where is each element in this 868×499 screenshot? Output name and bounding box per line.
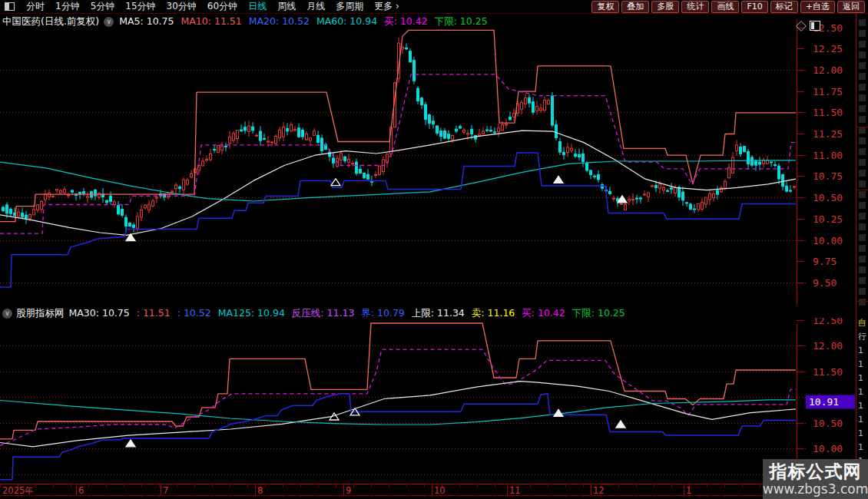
indicator-sub-chart[interactable]: 12.5012.0011.5010.5010.0010.91 — [0, 318, 856, 484]
axis-price-label: 10.50 — [813, 192, 843, 203]
toolbar-button-F10[interactable]: F10 — [741, 1, 767, 13]
axis-price-label: 11.00 — [813, 150, 843, 161]
clipped-char: 1 — [858, 415, 863, 425]
toolbar-button-叠加[interactable]: 叠加 — [621, 1, 649, 13]
clipped-char: 1 — [858, 360, 863, 369]
clipped-char: 1 — [858, 374, 863, 383]
axis-price-label: 10.00 — [813, 235, 843, 246]
clipped-text-pattern — [859, 19, 866, 307]
clipped-char: 1 — [858, 346, 863, 355]
indicator-value: 反压线: 11.13 — [292, 307, 354, 320]
month-label-12: 12 — [593, 485, 605, 496]
month-tick — [76, 484, 77, 495]
indicator-value: MA10: 11.51 — [181, 15, 242, 28]
toolbar-item-多周期[interactable]: 多周期 — [330, 0, 369, 13]
toolbar-item-日线[interactable]: 日线 — [243, 0, 272, 13]
clipped-char: 1 — [858, 443, 863, 452]
year-label: 2025年 — [2, 485, 34, 497]
toolbar-item-60分钟[interactable]: 60分钟 — [202, 0, 243, 13]
month-tick — [161, 484, 161, 495]
axis-price-label: 12.00 — [813, 340, 843, 352]
clipped-char: 行 — [858, 332, 866, 342]
toolbar-button-多股[interactable]: 多股 — [651, 1, 679, 13]
indicator-value: MA30: 10.75 — [69, 307, 130, 320]
toolbar-item-15分钟[interactable]: 15分钟 — [120, 0, 161, 13]
upper-band-red — [0, 323, 796, 439]
axis-price-label: 12.50 — [813, 318, 843, 326]
toolbar-button-统计[interactable]: 统计 — [681, 1, 709, 13]
main-price-chart[interactable]: 12.5012.2512.0011.7511.5011.2511.0010.75… — [0, 13, 856, 305]
month-label-6: 6 — [78, 485, 84, 496]
month-label-8: 8 — [257, 485, 263, 496]
axis-price-label: 10.50 — [813, 418, 843, 429]
buy-signal-triangle — [554, 409, 563, 416]
clipped-right-pane: 自行111111111 — [856, 13, 868, 499]
main-indicator-values: MA5: 10.75MA10: 11.51MA20: 10.52MA60: 10… — [119, 15, 494, 28]
month-label-7: 7 — [163, 485, 168, 496]
axis-price-label: 10.75 — [813, 170, 843, 182]
clipped-char: 1 — [858, 429, 863, 438]
toolbar-menu: 分时1分钟5分钟15分钟30分钟60分钟日线周线月线多周期更多 › — [21, 0, 405, 13]
clipped-char: 1 — [858, 402, 863, 411]
toolbar-buttons: 复权叠加多股统计画线F10标记+自选返回 — [589, 1, 868, 13]
toolbar-button-画线[interactable]: 画线 — [711, 1, 739, 13]
toolbar-button-返回[interactable]: 返回 — [837, 1, 865, 13]
svg-text:10.91: 10.91 — [809, 396, 839, 408]
month-tick — [591, 484, 591, 495]
collapse-main-icon[interactable]: ∨ — [104, 17, 114, 27]
indicator-value: : 11.51 — [137, 307, 171, 320]
month-tick — [432, 484, 432, 495]
axis-price-label: 11.75 — [813, 86, 843, 97]
toolbar-item-5分钟[interactable]: 5分钟 — [85, 0, 121, 13]
toolbar-button-+自选[interactable]: +自选 — [800, 1, 835, 13]
toolbar-item-月线[interactable]: 月线 — [301, 0, 330, 13]
indicator-value: 界: 10.79 — [361, 307, 404, 320]
stock-app-window: { "toolbar": { "items": [ {"label": "分时"… — [0, 0, 868, 499]
indicator-value: MA60: 10.94 — [316, 15, 377, 28]
axis-price-label: 12.25 — [813, 43, 843, 55]
month-tick — [255, 484, 256, 495]
indicator-value: 买: 10.42 — [522, 307, 565, 320]
toolbar-button-标记[interactable]: 标记 — [770, 1, 798, 13]
clipped-bottom-row — [0, 496, 868, 499]
indicator-value: 下限: 10.25 — [435, 15, 488, 28]
sub-panel-title: 股朋指标网 — [16, 307, 65, 320]
indicator-value: : 10.52 — [177, 307, 211, 320]
collapse-sub-icon[interactable]: ∨ — [2, 309, 12, 319]
sub-indicator-values: MA30: 10.75: 11.51: 10.52MA125: 10.94反压线… — [69, 307, 632, 320]
signal-triangle-hollow — [331, 179, 340, 186]
window-icon[interactable] — [5, 2, 15, 11]
toolbar-item-分时[interactable]: 分时 — [21, 0, 50, 13]
watermark-badge: 指标公式网 www.zbgs3.com — [763, 459, 868, 499]
watermark-title: 指标公式网 — [770, 461, 862, 481]
toolbar-item-1分钟[interactable]: 1分钟 — [50, 0, 85, 13]
toolbar-button-复权[interactable]: 复权 — [591, 1, 619, 13]
clipped-char: 自 — [858, 319, 866, 328]
axis-price-label: 12.00 — [813, 64, 843, 76]
indicator-value: 买: 10.42 — [384, 15, 427, 28]
ma-cyan — [0, 160, 796, 201]
symbol-title: 中国医药(日线.前复权) — [2, 15, 99, 28]
month-tick — [684, 484, 684, 495]
indicator-value: MA125: 10.94 — [218, 307, 285, 320]
top-toolbar: 分时1分钟5分钟15分钟30分钟60分钟日线周线月线多周期更多 › 复权叠加多股… — [0, 0, 868, 14]
indicator-value: 上限: 11.34 — [412, 307, 465, 320]
indicator-value: MA5: 10.75 — [119, 15, 174, 28]
pane-layout-icon[interactable] — [810, 21, 820, 31]
month-label-1: 1 — [686, 485, 691, 496]
axis-price-label: 10.00 — [813, 443, 843, 454]
watermark-url: www.zbgs3.com — [763, 481, 868, 497]
month-label-9: 9 — [346, 485, 351, 496]
toolbar-item-更多[interactable]: 更多 › — [369, 0, 405, 13]
axis-price-label: 11.50 — [813, 107, 843, 118]
toolbar-item-30分钟[interactable]: 30分钟 — [161, 0, 202, 13]
axis-price-label: 11.25 — [813, 128, 843, 140]
axis-price-label: 9.75 — [813, 256, 837, 267]
toolbar-item-周线[interactable]: 周线 — [272, 0, 301, 13]
axis-price-label: 10.25 — [813, 213, 843, 225]
main-panel-header: 中国医药(日线.前复权) ∨ MA5: 10.75MA10: 11.51MA20… — [2, 15, 495, 28]
buy-signal-triangle — [126, 440, 135, 447]
axis-price-label: 9.50 — [813, 277, 837, 289]
month-tick — [507, 484, 508, 495]
date-axis[interactable]: 2025年 67891011121 — [0, 484, 868, 496]
